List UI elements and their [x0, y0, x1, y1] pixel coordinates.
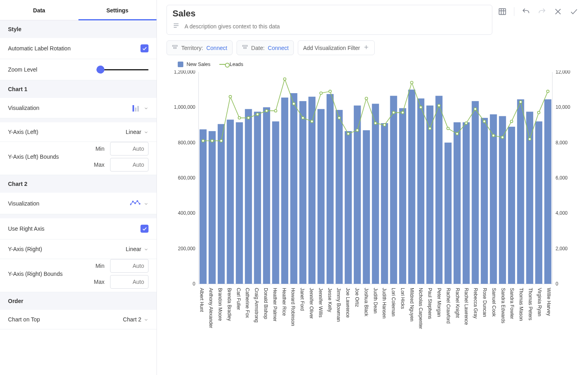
y-left-label: Y-Axis (Left) — [8, 129, 38, 135]
undo-icon[interactable] — [522, 7, 530, 16]
y-right-scale-select[interactable]: Linear — [126, 246, 149, 252]
svg-rect-69 — [490, 114, 497, 284]
add-filter-label: Add Visualization Filter — [303, 45, 360, 51]
svg-rect-49 — [308, 97, 315, 284]
use-right-axis-checkbox[interactable] — [140, 225, 149, 233]
x-axis-label: Lori Coleman — [391, 288, 396, 316]
redo-icon[interactable] — [538, 7, 546, 16]
row-zoom-level: Zoom Level — [0, 59, 157, 80]
x-axis-label: Jennifer Oliver — [309, 288, 314, 319]
svg-rect-8 — [499, 9, 506, 15]
x-axis-label: Donald Bishop — [263, 288, 269, 319]
chart-area: 0200,000400,000600,000800,0001,000,0001,… — [167, 69, 578, 375]
svg-text:8,000: 8,000 — [556, 140, 568, 146]
svg-point-81 — [247, 117, 249, 119]
svg-point-95 — [374, 122, 377, 124]
description-icon — [173, 22, 180, 30]
svg-point-96 — [383, 124, 385, 126]
x-axis-labels: Albert HuntAnthony AlexanderBrandon Moor… — [199, 286, 554, 350]
settings-sidebar: Data Settings Style Automatic Label Rota… — [0, 0, 157, 375]
chart-on-top-value: Chart 2 — [123, 316, 141, 323]
svg-rect-75 — [544, 99, 552, 284]
x-axis-label: Rachel Crawford — [446, 288, 451, 323]
x-axis-label: Joe Ortiz — [354, 288, 360, 307]
svg-point-87 — [301, 117, 304, 119]
y-right-label: Y-Axis (Right) — [8, 246, 42, 252]
svg-rect-54 — [354, 106, 361, 284]
svg-point-104 — [456, 132, 458, 135]
svg-point-102 — [437, 104, 440, 107]
svg-text:6,000: 6,000 — [556, 175, 568, 181]
filter-icon — [242, 44, 248, 52]
zoom-level-label: Zoom Level — [8, 66, 37, 73]
chart-on-top-select[interactable]: Chart 2 — [123, 316, 149, 323]
close-icon[interactable] — [554, 7, 562, 16]
chart2-visualization-select[interactable] — [130, 199, 149, 207]
row-chart1-visualization: Visualization — [0, 98, 157, 118]
y-left-min-input[interactable] — [110, 142, 149, 156]
x-axis-label: Thomas Mason — [518, 288, 524, 321]
svg-rect-61 — [417, 98, 424, 284]
svg-rect-14 — [173, 45, 177, 46]
filter-icon — [172, 44, 178, 52]
svg-text:12,000: 12,000 — [556, 70, 570, 75]
legend-swatch-bar — [178, 62, 183, 67]
legend-item-leads[interactable]: Leads — [219, 62, 243, 67]
svg-text:0: 0 — [556, 281, 558, 286]
y-right-max-input[interactable] — [110, 275, 149, 289]
x-axis-label: Jesse Kelly — [327, 288, 333, 312]
tab-settings[interactable]: Settings — [78, 0, 157, 20]
x-axis-label: Peter Morgan — [436, 288, 442, 317]
x-axis-label: Rachel Knight — [455, 288, 460, 318]
filter-date-value[interactable]: Connect — [268, 45, 289, 51]
y-left-scale-select[interactable]: Linear — [126, 129, 149, 135]
legend-swatch-line — [219, 64, 227, 65]
y-right-min-input[interactable] — [110, 259, 149, 273]
x-axis-label: Samuel Cook — [491, 288, 497, 317]
svg-text:10,000: 10,000 — [556, 104, 570, 110]
svg-point-78 — [220, 140, 222, 142]
tab-data[interactable]: Data — [0, 0, 78, 20]
svg-rect-39 — [218, 124, 225, 284]
svg-point-82 — [256, 113, 259, 116]
svg-text:2,000: 2,000 — [556, 246, 568, 251]
chart1-visualization-select[interactable] — [132, 104, 149, 112]
svg-point-105 — [465, 122, 467, 124]
svg-rect-74 — [535, 122, 542, 284]
svg-point-107 — [483, 120, 486, 122]
x-axis-label: Sandra Fowler — [509, 288, 515, 319]
svg-rect-70 — [499, 116, 506, 284]
svg-rect-55 — [363, 130, 370, 284]
svg-point-85 — [283, 78, 286, 80]
chart-description-input[interactable] — [185, 23, 486, 30]
y-left-max-input[interactable] — [110, 158, 149, 172]
svg-rect-66 — [463, 122, 470, 284]
chevron-down-icon — [144, 201, 149, 206]
section-style: Style — [0, 20, 157, 38]
svg-text:1,000,000: 1,000,000 — [174, 104, 196, 110]
x-axis-label: Judith Dean — [373, 288, 378, 313]
svg-text:1,200,000: 1,200,000 — [174, 70, 196, 75]
legend-item-new-sales[interactable]: New Sales — [178, 62, 211, 67]
auto-label-rotation-checkbox[interactable] — [140, 44, 149, 52]
x-axis-label: Rose Duncan — [482, 288, 488, 317]
confirm-icon[interactable] — [570, 7, 578, 16]
title-box — [167, 5, 492, 35]
chart1-visualization-label: Visualization — [8, 105, 39, 111]
row-chart2-visualization: Visualization — [0, 193, 157, 214]
line-chart-icon — [130, 199, 141, 207]
zoom-level-slider[interactable] — [96, 66, 149, 74]
filter-territory-value[interactable]: Connect — [206, 45, 227, 51]
filter-chip-date[interactable]: Date: Connect — [237, 40, 294, 55]
svg-rect-45 — [272, 122, 279, 284]
svg-point-93 — [356, 129, 358, 132]
chart-svg: 0200,000400,000600,000800,0001,000,0001,… — [171, 70, 574, 286]
x-axis-label: Joshua Black — [363, 288, 369, 316]
filter-chip-territory[interactable]: Territory: Connect — [167, 40, 233, 55]
svg-point-80 — [238, 117, 241, 119]
chart-title-input[interactable] — [173, 8, 486, 19]
x-axis-label: Catherine Fox — [245, 288, 250, 318]
table-view-icon[interactable] — [498, 7, 507, 16]
x-axis-label: Virginia Ryan — [537, 288, 542, 316]
add-filter-button[interactable]: Add Visualization Filter — [298, 40, 375, 55]
